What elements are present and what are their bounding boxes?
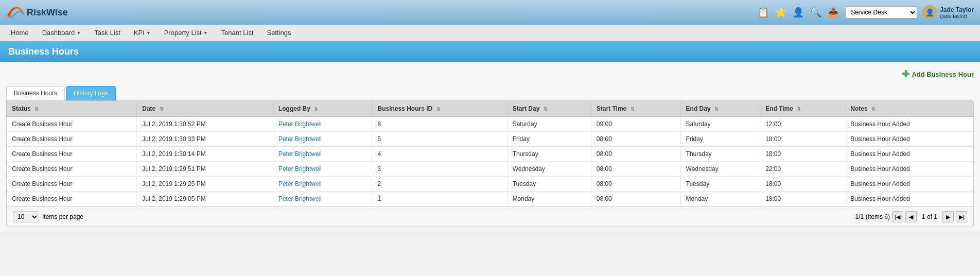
table-row: Create Business HourJul 2, 2019 1:29:25 … [7,177,973,192]
cell-start-day: Monday [507,192,591,206]
cell-end-time: 18:00 [760,132,845,147]
cell-status: Create Business Hour [7,162,137,177]
col-start-day[interactable]: Start Day ⇅ [507,101,591,117]
nav-item-task-list[interactable]: Task List [87,25,127,40]
favorites-icon[interactable]: ⭐ [774,6,787,19]
items-per-page-select[interactable]: 10 25 50 100 [13,211,39,222]
cell-start-time: 08:00 [591,177,680,192]
logo-area: RiskWise [6,3,68,22]
cell-end-day: Thursday [680,147,760,162]
nav-item-dashboard[interactable]: Dashboard ▼ [36,25,88,40]
cell-start-time: 08:00 [591,162,680,177]
col-end-day[interactable]: End Day ⇅ [680,101,760,117]
cell-logged-by[interactable]: Peter Brightwell [273,117,372,132]
table-row: Create Business HourJul 2, 2019 1:29:05 … [7,192,973,206]
user-avatar: 👤 [922,5,937,20]
cell-logged-by-link[interactable]: Peter Brightwell [278,165,322,173]
cell-logged-by-link[interactable]: Peter Brightwell [278,150,322,158]
table-footer: 10 25 50 100 Items per page 1/1 (Items 6… [7,206,973,227]
col-notes[interactable]: Notes ⇅ [845,101,973,117]
cell-notes: Business Hour Added [845,147,973,162]
cell-notes: Business Hour Added [845,177,973,192]
logo-text: RiskWise [27,7,68,18]
tabs-row: Business Hours History Logs [6,86,974,100]
cell-date: Jul 2, 2019 1:30:14 PM [137,147,273,162]
cell-id: 5 [372,132,507,147]
cell-start-day: Friday [507,132,591,147]
cell-date: Jul 2, 2019 1:30:33 PM [137,132,273,147]
cell-logged-by[interactable]: Peter Brightwell [273,162,372,177]
user-area: 👤 Jade Taylor (jade.taylor) [922,5,974,20]
cell-start-day: Wednesday [507,162,591,177]
cell-status: Create Business Hour [7,147,137,162]
status-sort-icon: ⇅ [34,107,39,112]
cell-logged-by[interactable]: Peter Brightwell [273,132,372,147]
table-row: Create Business HourJul 2, 2019 1:30:52 … [7,117,973,132]
col-logged-by[interactable]: Logged By ⇅ [273,101,372,117]
action-row: ✚ Add Business Hour [6,66,974,82]
col-business-hours-id[interactable]: Business Hours ID ⇅ [372,101,507,117]
cell-end-time: 18:00 [760,192,845,206]
cell-logged-by[interactable]: Peter Brightwell [273,147,372,162]
nav-item-kpi[interactable]: KPI ▼ [127,25,157,40]
col-status[interactable]: Status ⇅ [7,101,137,117]
content-area: ✚ Add Business Hour Business Hours Histo… [0,62,980,231]
cell-logged-by[interactable]: Peter Brightwell [273,192,372,206]
cell-end-day: Monday [680,192,760,206]
cell-logged-by-link[interactable]: Peter Brightwell [278,180,322,187]
last-page-button[interactable]: ▶| [956,211,967,222]
cell-end-day: Tuesday [680,177,760,192]
items-per-page-label: Items per page [42,213,83,220]
tab-business-hours[interactable]: Business Hours [6,86,65,100]
cell-date: Jul 2, 2019 1:29:51 PM [137,162,273,177]
table-row: Create Business HourJul 2, 2019 1:30:33 … [7,132,973,147]
cell-start-day: Saturday [507,117,591,132]
id-sort-icon: ⇅ [436,107,441,112]
nav-item-property-list[interactable]: Property List ▼ [157,25,215,40]
cell-logged-by-link[interactable]: Peter Brightwell [278,120,322,128]
cell-start-time: 09:00 [591,117,680,132]
table-row: Create Business HourJul 2, 2019 1:30:14 … [7,147,973,162]
users-icon[interactable]: 👤 [792,6,805,19]
page-title-bar: Business Hours [0,41,980,62]
export-icon[interactable]: 📤 [827,6,840,19]
cell-start-day: Thursday [507,147,591,162]
cell-logged-by-link[interactable]: Peter Brightwell [278,195,322,202]
prev-page-button[interactable]: ◀ [905,211,917,222]
next-page-button[interactable]: ▶ [942,211,954,222]
add-business-hour-button[interactable]: ✚ Add Business Hour [902,68,974,80]
contacts-icon[interactable]: 📋 [757,6,770,19]
cell-logged-by[interactable]: Peter Brightwell [273,177,372,192]
end-day-sort-icon: ⇅ [714,107,719,112]
plus-icon: ✚ [902,68,909,80]
end-time-sort-icon: ⇅ [797,107,801,112]
cell-end-day: Friday [680,132,760,147]
cell-id: 6 [372,117,507,132]
col-start-time[interactable]: Start Time ⇅ [591,101,680,117]
pagination-summary: 1/1 (Items 6) [855,213,890,220]
nav-item-settings[interactable]: Settings [260,25,297,40]
cell-status: Create Business Hour [7,132,137,147]
cell-logged-by-link[interactable]: Peter Brightwell [278,135,322,143]
service-desk-select[interactable]: Service Desk [845,6,917,19]
cell-notes: Business Hour Added [845,132,973,147]
cell-id: 3 [372,162,507,177]
date-sort-icon: ⇅ [160,107,164,112]
dashboard-dropdown-arrow: ▼ [76,30,81,36]
search-icon[interactable]: 🔍 [809,6,822,19]
nav-item-home[interactable]: Home [4,25,36,40]
first-page-button[interactable]: |◀ [892,211,903,222]
cell-date: Jul 2, 2019 1:29:25 PM [137,177,273,192]
cell-date: Jul 2, 2019 1:30:52 PM [137,117,273,132]
col-end-time[interactable]: End Time ⇅ [760,101,845,117]
table-body: Create Business HourJul 2, 2019 1:30:52 … [7,117,973,206]
tab-history-logs[interactable]: History Logs [66,86,116,100]
header-icons: 📋 ⭐ 👤 🔍 📤 [757,6,840,19]
cell-start-day: Tuesday [507,177,591,192]
col-date[interactable]: Date ⇅ [137,101,273,117]
pagination: 1/1 (Items 6) |◀ ◀ 1 of 1 ▶ ▶| [855,211,967,222]
nav-item-tenant-list[interactable]: Tenant List [215,25,260,40]
property-list-dropdown-arrow: ▼ [203,30,208,36]
cell-end-time: 22:00 [760,162,845,177]
cell-start-time: 08:00 [591,147,680,162]
